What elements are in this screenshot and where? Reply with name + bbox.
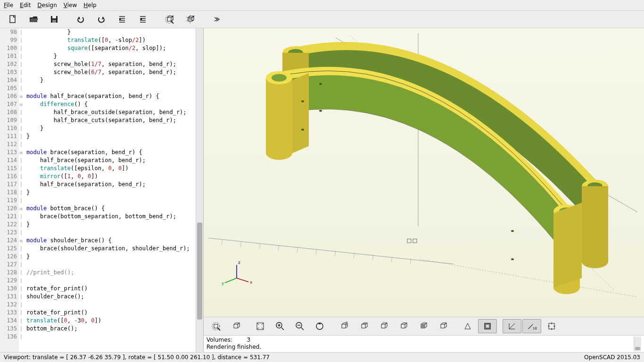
svg-rect-54 — [486, 324, 489, 328]
svg-point-34 — [301, 129, 304, 131]
svg-line-13 — [316, 249, 317, 255]
vt-view-right-button[interactable] — [335, 319, 354, 333]
console-line: Rendering finished. — [206, 344, 634, 351]
svg-point-32 — [559, 207, 574, 215]
svg-point-25 — [282, 46, 309, 59]
svg-rect-3 — [52, 20, 56, 23]
svg-point-29 — [266, 71, 292, 84]
svg-point-30 — [272, 74, 287, 82]
render-button[interactable] — [180, 13, 200, 26]
svg-line-8 — [222, 239, 223, 245]
redo-button[interactable] — [91, 13, 111, 26]
unindent-button[interactable] — [112, 13, 132, 26]
svg-line-5 — [208, 238, 454, 264]
vt-perspective-button[interactable] — [458, 319, 477, 333]
vt-view-front-button[interactable] — [414, 319, 433, 333]
menu-file[interactable]: File — [4, 2, 13, 8]
vt-view-left-button[interactable] — [394, 319, 413, 333]
svg-rect-24 — [413, 239, 417, 243]
undo-button[interactable] — [71, 13, 91, 26]
svg-line-9 — [240, 241, 241, 247]
status-left: Viewport: translate = [ 26.37 -6.26 35.7… — [4, 354, 270, 361]
svg-rect-56 — [549, 323, 554, 329]
svg-point-50 — [316, 323, 323, 329]
vt-reset-view-button[interactable] — [310, 319, 329, 333]
menu-view[interactable]: View — [64, 2, 77, 8]
menu-help[interactable]: Help — [83, 2, 96, 8]
code-editor[interactable]: 9899100101102103104105106107108109110111… — [0, 28, 203, 352]
menu-edit[interactable]: Edit — [20, 2, 31, 8]
svg-line-14 — [335, 251, 336, 256]
svg-text:x: x — [250, 280, 253, 285]
svg-point-35 — [319, 83, 322, 85]
svg-line-41 — [237, 278, 248, 282]
svg-rect-51 — [346, 321, 347, 326]
svg-rect-47 — [257, 323, 264, 329]
vt-zoom-out-button[interactable] — [290, 319, 309, 333]
vt-view-top-button[interactable] — [355, 319, 373, 333]
svg-line-10 — [259, 243, 260, 249]
status-right: OpenSCAD 2015.03 — [584, 354, 640, 361]
indent-button[interactable] — [133, 13, 153, 26]
vt-view-bottom-button[interactable] — [374, 319, 393, 333]
main-toolbar — [0, 11, 644, 28]
console-scrollbar[interactable] — [634, 337, 641, 351]
svg-point-48 — [276, 322, 282, 328]
svg-line-18 — [410, 258, 411, 264]
svg-rect-22 — [370, 51, 373, 55]
new-button[interactable] — [3, 13, 23, 26]
menu-design[interactable]: Design — [37, 2, 57, 8]
vt-view-back-button[interactable] — [434, 319, 453, 333]
3d-viewport[interactable]: y x z — [204, 28, 644, 317]
svg-line-39 — [225, 278, 237, 283]
svg-rect-46 — [214, 324, 218, 328]
svg-line-20 — [350, 35, 614, 290]
vt-zoom-in-button[interactable] — [271, 319, 289, 333]
svg-rect-53 — [485, 323, 490, 329]
editor-scrollbar[interactable] — [196, 28, 203, 352]
editor-pane: 9899100101102103104105106107108109110111… — [0, 28, 204, 352]
svg-text:y: y — [222, 281, 224, 286]
vt-orthogonal-button[interactable] — [478, 319, 497, 333]
view-toolbar: 10 — [204, 317, 644, 335]
vt-render-button[interactable] — [226, 319, 245, 333]
vt-preview-button[interactable] — [206, 319, 225, 333]
toolbar-expand-button[interactable] — [206, 13, 226, 26]
svg-point-31 — [553, 205, 580, 218]
svg-rect-21 — [364, 49, 368, 53]
svg-rect-1 — [51, 16, 58, 23]
svg-point-45 — [212, 322, 220, 330]
menubar: File Edit Design View Help — [0, 0, 644, 11]
vt-zoom-fit-button[interactable] — [251, 319, 270, 333]
open-button[interactable] — [24, 13, 43, 26]
svg-text:z: z — [238, 260, 240, 265]
main-area: 9899100101102103104105106107108109110111… — [0, 28, 644, 352]
svg-point-28 — [587, 182, 603, 190]
svg-line-19 — [421, 259, 637, 297]
vt-show-scale-button[interactable]: 10 — [522, 319, 541, 333]
svg-line-16 — [372, 255, 373, 260]
vt-show-crosshair-button[interactable] — [542, 319, 561, 333]
svg-line-7 — [336, 38, 637, 212]
viewport-pane: y x z 10 — [204, 28, 644, 352]
svg-point-37 — [511, 230, 514, 232]
svg-point-38 — [511, 258, 514, 260]
svg-line-11 — [278, 245, 279, 251]
preview-button[interactable] — [159, 13, 179, 26]
statusbar: Viewport: translate = [ 26.37 -6.26 35.7… — [0, 352, 644, 362]
svg-rect-2 — [52, 16, 56, 18]
svg-line-12 — [297, 247, 298, 253]
console-line: Volumes: 3 — [206, 337, 634, 344]
save-button[interactable] — [44, 13, 64, 26]
svg-point-33 — [301, 100, 304, 102]
svg-point-36 — [319, 110, 322, 112]
svg-point-27 — [582, 180, 608, 193]
svg-point-26 — [288, 49, 303, 57]
svg-rect-52 — [421, 324, 425, 328]
svg-rect-0 — [10, 16, 15, 23]
console: Volumes: 3 Rendering finished. — [204, 335, 644, 352]
svg-rect-23 — [407, 239, 411, 243]
svg-line-17 — [391, 256, 392, 262]
vt-show-axes-button[interactable] — [503, 319, 521, 333]
svg-text:10: 10 — [533, 327, 537, 330]
